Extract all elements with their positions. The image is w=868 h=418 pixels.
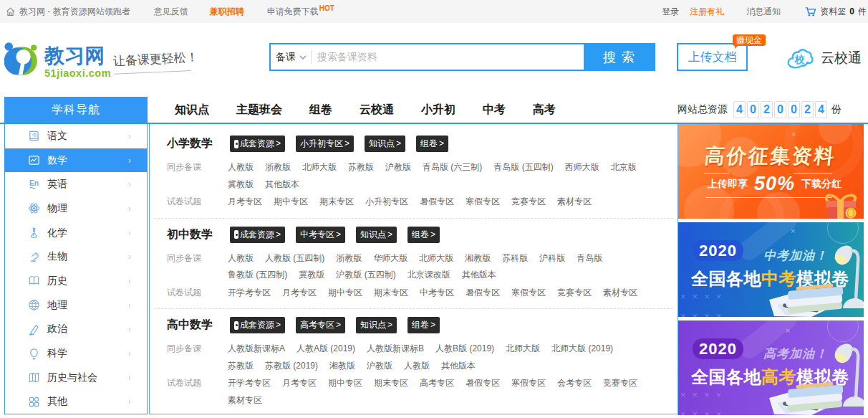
- svg-text:校: 校: [794, 54, 806, 65]
- svg-text:En: En: [29, 179, 39, 187]
- svg-text:语: 语: [32, 133, 37, 138]
